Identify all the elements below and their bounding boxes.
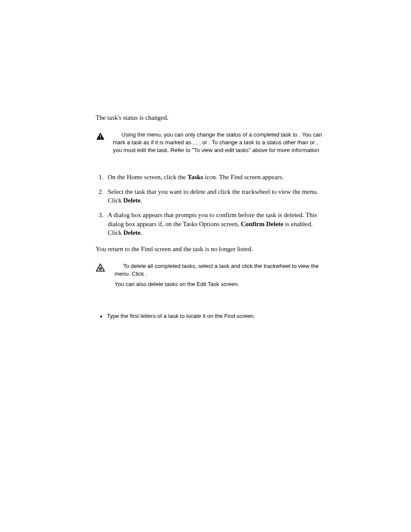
tip-icon [96,263,105,273]
step-text: On the Home screen, click the Tasks icon… [108,173,325,181]
step-text: A dialog box appears that prompts you to… [108,211,325,237]
tip-text: To delete all completed tasks, select a … [115,262,325,291]
warning-note: Using the menu, you can only change the … [96,131,325,156]
tip-note: To delete all completed tasks, select a … [96,262,325,291]
svg-rect-0 [100,135,101,137]
step-3: 3. A dialog box appears that prompts you… [96,211,325,237]
warning-text: Using the menu, you can only change the … [113,131,325,156]
step-2: 2. Select the task that you want to dele… [96,187,325,205]
bullet-list: Type the first letters of a task to loca… [96,313,325,319]
page-content: The task's status is changed. Using the … [0,0,411,319]
steps-list: 1. On the Home screen, click the Tasks i… [96,173,325,237]
status-changed-text: The task's status is changed. [96,114,325,121]
step-number: 1. [96,173,103,181]
step-1: 1. On the Home screen, click the Tasks i… [96,173,325,181]
step-number: 3. [96,211,103,237]
return-text: You return to the Find screen and the ta… [96,246,325,253]
svg-rect-1 [100,138,101,139]
warning-icon [96,132,105,141]
step-number: 2. [96,187,103,205]
step-text: Select the task that you want to delete … [108,187,325,205]
bullet-item: Type the first letters of a task to loca… [107,313,325,319]
